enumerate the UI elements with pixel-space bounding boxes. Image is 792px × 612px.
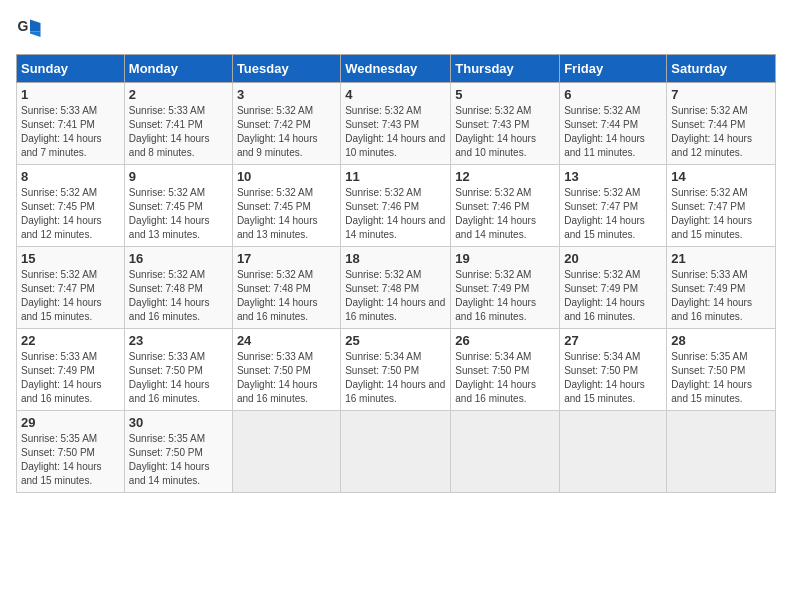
calendar-cell: 22 Sunrise: 5:33 AM Sunset: 7:49 PM Dayl…: [17, 329, 125, 411]
day-info: Sunrise: 5:34 AM Sunset: 7:50 PM Dayligh…: [345, 350, 446, 406]
calendar-cell: 4 Sunrise: 5:32 AM Sunset: 7:43 PM Dayli…: [341, 83, 451, 165]
calendar-cell: 3 Sunrise: 5:32 AM Sunset: 7:42 PM Dayli…: [232, 83, 340, 165]
day-header-wednesday: Wednesday: [341, 55, 451, 83]
day-number: 7: [671, 87, 771, 102]
calendar-cell: 24 Sunrise: 5:33 AM Sunset: 7:50 PM Dayl…: [232, 329, 340, 411]
day-info: Sunrise: 5:32 AM Sunset: 7:49 PM Dayligh…: [455, 268, 555, 324]
calendar-cell: 2 Sunrise: 5:33 AM Sunset: 7:41 PM Dayli…: [124, 83, 232, 165]
day-number: 14: [671, 169, 771, 184]
day-number: 16: [129, 251, 228, 266]
day-info: Sunrise: 5:33 AM Sunset: 7:50 PM Dayligh…: [237, 350, 336, 406]
day-info: Sunrise: 5:32 AM Sunset: 7:47 PM Dayligh…: [21, 268, 120, 324]
day-number: 6: [564, 87, 662, 102]
calendar-cell: 11 Sunrise: 5:32 AM Sunset: 7:46 PM Dayl…: [341, 165, 451, 247]
calendar-week-row: 29 Sunrise: 5:35 AM Sunset: 7:50 PM Dayl…: [17, 411, 776, 493]
calendar-cell: 13 Sunrise: 5:32 AM Sunset: 7:47 PM Dayl…: [560, 165, 667, 247]
day-info: Sunrise: 5:33 AM Sunset: 7:41 PM Dayligh…: [21, 104, 120, 160]
day-info: Sunrise: 5:32 AM Sunset: 7:48 PM Dayligh…: [129, 268, 228, 324]
calendar-header-row: SundayMondayTuesdayWednesdayThursdayFrid…: [17, 55, 776, 83]
calendar-cell: 19 Sunrise: 5:32 AM Sunset: 7:49 PM Dayl…: [451, 247, 560, 329]
day-number: 23: [129, 333, 228, 348]
calendar-cell: [341, 411, 451, 493]
day-info: Sunrise: 5:32 AM Sunset: 7:47 PM Dayligh…: [671, 186, 771, 242]
day-number: 10: [237, 169, 336, 184]
day-header-friday: Friday: [560, 55, 667, 83]
day-info: Sunrise: 5:32 AM Sunset: 7:48 PM Dayligh…: [237, 268, 336, 324]
calendar-cell: [451, 411, 560, 493]
calendar-cell: 10 Sunrise: 5:32 AM Sunset: 7:45 PM Dayl…: [232, 165, 340, 247]
day-info: Sunrise: 5:34 AM Sunset: 7:50 PM Dayligh…: [564, 350, 662, 406]
day-number: 15: [21, 251, 120, 266]
day-number: 3: [237, 87, 336, 102]
day-info: Sunrise: 5:33 AM Sunset: 7:49 PM Dayligh…: [21, 350, 120, 406]
calendar-cell: 15 Sunrise: 5:32 AM Sunset: 7:47 PM Dayl…: [17, 247, 125, 329]
day-number: 2: [129, 87, 228, 102]
calendar-cell: [560, 411, 667, 493]
calendar-cell: 18 Sunrise: 5:32 AM Sunset: 7:48 PM Dayl…: [341, 247, 451, 329]
calendar-cell: 1 Sunrise: 5:33 AM Sunset: 7:41 PM Dayli…: [17, 83, 125, 165]
day-info: Sunrise: 5:32 AM Sunset: 7:45 PM Dayligh…: [129, 186, 228, 242]
calendar-cell: 8 Sunrise: 5:32 AM Sunset: 7:45 PM Dayli…: [17, 165, 125, 247]
day-info: Sunrise: 5:32 AM Sunset: 7:43 PM Dayligh…: [345, 104, 446, 160]
day-number: 17: [237, 251, 336, 266]
logo-icon: G: [16, 16, 44, 44]
day-header-tuesday: Tuesday: [232, 55, 340, 83]
day-info: Sunrise: 5:32 AM Sunset: 7:45 PM Dayligh…: [237, 186, 336, 242]
calendar-cell: 30 Sunrise: 5:35 AM Sunset: 7:50 PM Dayl…: [124, 411, 232, 493]
calendar-cell: 16 Sunrise: 5:32 AM Sunset: 7:48 PM Dayl…: [124, 247, 232, 329]
calendar-cell: 14 Sunrise: 5:32 AM Sunset: 7:47 PM Dayl…: [667, 165, 776, 247]
page-header: G: [16, 16, 776, 44]
day-info: Sunrise: 5:32 AM Sunset: 7:45 PM Dayligh…: [21, 186, 120, 242]
day-info: Sunrise: 5:32 AM Sunset: 7:43 PM Dayligh…: [455, 104, 555, 160]
calendar-cell: 29 Sunrise: 5:35 AM Sunset: 7:50 PM Dayl…: [17, 411, 125, 493]
day-number: 22: [21, 333, 120, 348]
calendar-cell: 27 Sunrise: 5:34 AM Sunset: 7:50 PM Dayl…: [560, 329, 667, 411]
calendar-week-row: 8 Sunrise: 5:32 AM Sunset: 7:45 PM Dayli…: [17, 165, 776, 247]
day-info: Sunrise: 5:34 AM Sunset: 7:50 PM Dayligh…: [455, 350, 555, 406]
day-number: 24: [237, 333, 336, 348]
day-info: Sunrise: 5:33 AM Sunset: 7:41 PM Dayligh…: [129, 104, 228, 160]
day-number: 9: [129, 169, 228, 184]
day-info: Sunrise: 5:32 AM Sunset: 7:49 PM Dayligh…: [564, 268, 662, 324]
svg-text:G: G: [17, 18, 28, 34]
day-number: 21: [671, 251, 771, 266]
calendar-cell: 9 Sunrise: 5:32 AM Sunset: 7:45 PM Dayli…: [124, 165, 232, 247]
calendar-cell: 5 Sunrise: 5:32 AM Sunset: 7:43 PM Dayli…: [451, 83, 560, 165]
day-number: 1: [21, 87, 120, 102]
day-header-thursday: Thursday: [451, 55, 560, 83]
day-info: Sunrise: 5:32 AM Sunset: 7:44 PM Dayligh…: [671, 104, 771, 160]
logo: G: [16, 16, 48, 44]
day-number: 4: [345, 87, 446, 102]
day-header-monday: Monday: [124, 55, 232, 83]
calendar-cell: 20 Sunrise: 5:32 AM Sunset: 7:49 PM Dayl…: [560, 247, 667, 329]
day-number: 5: [455, 87, 555, 102]
calendar-cell: [667, 411, 776, 493]
day-info: Sunrise: 5:32 AM Sunset: 7:46 PM Dayligh…: [345, 186, 446, 242]
day-info: Sunrise: 5:33 AM Sunset: 7:49 PM Dayligh…: [671, 268, 771, 324]
day-number: 12: [455, 169, 555, 184]
calendar-cell: [232, 411, 340, 493]
day-header-sunday: Sunday: [17, 55, 125, 83]
day-info: Sunrise: 5:32 AM Sunset: 7:42 PM Dayligh…: [237, 104, 336, 160]
calendar-week-row: 15 Sunrise: 5:32 AM Sunset: 7:47 PM Dayl…: [17, 247, 776, 329]
day-header-saturday: Saturday: [667, 55, 776, 83]
day-number: 19: [455, 251, 555, 266]
day-number: 27: [564, 333, 662, 348]
calendar-week-row: 22 Sunrise: 5:33 AM Sunset: 7:49 PM Dayl…: [17, 329, 776, 411]
day-info: Sunrise: 5:35 AM Sunset: 7:50 PM Dayligh…: [21, 432, 120, 488]
day-number: 25: [345, 333, 446, 348]
day-info: Sunrise: 5:35 AM Sunset: 7:50 PM Dayligh…: [129, 432, 228, 488]
day-number: 29: [21, 415, 120, 430]
calendar-table: SundayMondayTuesdayWednesdayThursdayFrid…: [16, 54, 776, 493]
calendar-week-row: 1 Sunrise: 5:33 AM Sunset: 7:41 PM Dayli…: [17, 83, 776, 165]
day-number: 30: [129, 415, 228, 430]
calendar-cell: 25 Sunrise: 5:34 AM Sunset: 7:50 PM Dayl…: [341, 329, 451, 411]
day-number: 8: [21, 169, 120, 184]
day-info: Sunrise: 5:32 AM Sunset: 7:44 PM Dayligh…: [564, 104, 662, 160]
calendar-cell: 12 Sunrise: 5:32 AM Sunset: 7:46 PM Dayl…: [451, 165, 560, 247]
calendar-cell: 28 Sunrise: 5:35 AM Sunset: 7:50 PM Dayl…: [667, 329, 776, 411]
day-number: 18: [345, 251, 446, 266]
day-number: 26: [455, 333, 555, 348]
calendar-cell: 26 Sunrise: 5:34 AM Sunset: 7:50 PM Dayl…: [451, 329, 560, 411]
day-info: Sunrise: 5:32 AM Sunset: 7:46 PM Dayligh…: [455, 186, 555, 242]
